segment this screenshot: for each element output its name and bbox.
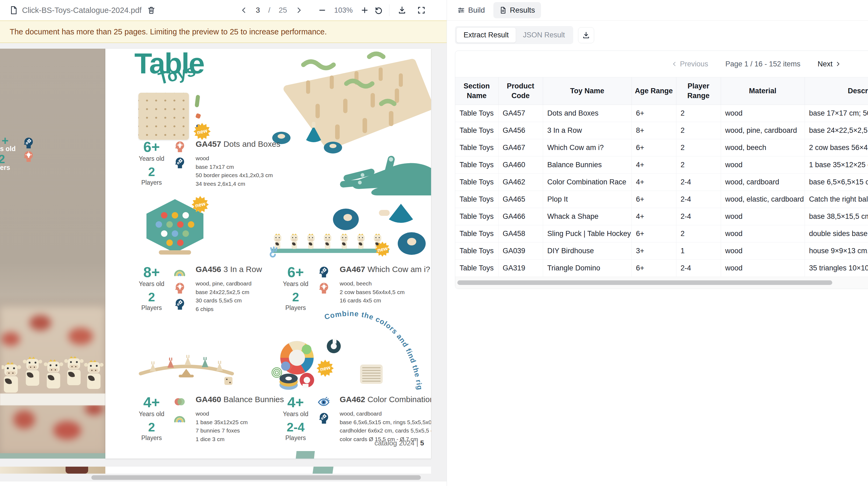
zoom-in-button[interactable]	[361, 6, 368, 14]
players-value: 2	[136, 291, 166, 303]
pdf-scroll-area[interactable]: + s old 2 ers Table Toys	[0, 43, 446, 486]
next-page-button[interactable]	[295, 7, 302, 14]
table-cell: 2	[676, 122, 721, 139]
pagination-info: Page 1 / 16 - 152 items	[725, 60, 800, 68]
table-cell: 1	[676, 242, 721, 260]
table-horizontal-scrollbar-thumb[interactable]	[457, 280, 832, 285]
table-cell: 4+	[631, 156, 676, 173]
table-row: Table ToysGA466Whack a Shape4+2-4woodbas…	[455, 208, 868, 225]
table-row: Table ToysGA467Which Cow am i?6+2wood, b…	[455, 139, 868, 156]
players-label: Players	[281, 434, 311, 442]
product-code: GA457	[196, 140, 221, 148]
table-row: Table ToysGA319Triangle Domino6+2-4wood3…	[455, 260, 868, 277]
table-cell: 2	[676, 139, 721, 156]
age-label: Years old	[281, 411, 311, 418]
players-value: 2-4	[281, 421, 311, 433]
product-info-ga457: 6+Years old2PlayersGA457 Dots and Boxesw…	[136, 140, 280, 188]
product-details: wood1 base 35x12x25 cm7 bunnies 7 foxes1…	[196, 409, 284, 443]
table-cell: 6+	[631, 139, 676, 156]
zoom-out-button[interactable]	[318, 6, 326, 14]
build-tab[interactable]: Build	[456, 3, 487, 17]
fullscreen-button[interactable]	[417, 6, 426, 14]
table-cell: 3+	[631, 242, 676, 260]
logic-head-icon	[317, 412, 330, 424]
age-value: 6+	[281, 265, 311, 279]
previous-results-button[interactable]: Previous	[670, 60, 710, 68]
logic-head-icon	[317, 265, 330, 278]
product-detail-line: 1 base 35x12x25 cm	[196, 418, 284, 427]
previous-page-button[interactable]	[241, 7, 248, 14]
table-row: Table ToysGA457Dots and Boxes6+2woodbase…	[455, 104, 868, 122]
table-cell: wood	[721, 225, 805, 242]
product-detail-line: 34 trees 2,6x1,4 cm	[196, 180, 280, 188]
table-cell: GA319	[498, 260, 543, 277]
table-cell: 3 In a Row	[543, 122, 631, 139]
skill-icons-column	[166, 395, 192, 424]
table-horizontal-scrollbar[interactable]	[455, 277, 868, 289]
idea-head-icon	[173, 281, 186, 294]
table-cell: Table Toys	[455, 139, 498, 156]
column-header: Player Range	[676, 78, 721, 105]
age-value: 8+	[136, 265, 166, 279]
json-result-tab[interactable]: JSON Result	[516, 27, 572, 43]
product-code: GA467	[340, 265, 365, 274]
pdf-horizontal-scrollbar[interactable]	[0, 474, 446, 481]
hero-product-photo	[266, 49, 431, 156]
idea-head-icon	[317, 281, 330, 294]
age-label: Years old	[136, 411, 166, 418]
age-value: 4+	[281, 395, 311, 409]
table-cell: 2 cow bases 56×4×	[805, 139, 868, 156]
hand-illustration	[306, 155, 431, 195]
table-row: Table ToysGA039DIY Birdhouse3+1woodhouse…	[455, 242, 868, 260]
file-icon	[9, 6, 18, 15]
results-table-wrap: Section NameProduct CodeToy NameAge Rang…	[455, 77, 868, 277]
delete-file-button[interactable]	[147, 6, 156, 14]
game-piece	[195, 113, 201, 119]
download-pdf-button[interactable]	[398, 6, 406, 14]
product-text-column: GA462 Color Combination Racewood, cardbo…	[336, 395, 431, 443]
chevron-left-icon	[672, 60, 677, 67]
results-tab[interactable]: Results	[493, 2, 541, 18]
product-text-column: GA457 Dots and Boxeswoodbase 17x17 cm50 …	[192, 140, 280, 188]
catalog-page-footer: catalog 2024 | 5	[374, 439, 424, 447]
table-row: Table ToysGA458Sling Puck | Table Hockey…	[455, 225, 868, 242]
extract-result-tab[interactable]: Extract Result	[456, 27, 516, 43]
pdf-bottom-band	[0, 481, 446, 486]
table-row: Table ToysGA465Plop It6+2-4wood, elastic…	[455, 190, 868, 208]
table-cell: Table Toys	[455, 122, 498, 139]
product-code: GA460	[196, 395, 221, 404]
next-page-teal-shape	[313, 467, 334, 474]
reset-rotate-button[interactable]	[374, 6, 383, 14]
product-title: GA457 Dots and Boxes	[196, 140, 280, 149]
product-detail-line: 16 cards 4x5 cm	[340, 296, 430, 305]
table-cell: GA460	[498, 156, 543, 173]
age-label: Years old	[281, 280, 311, 287]
pdf-page: Table Toys	[105, 49, 431, 459]
table-cell: wood	[721, 242, 805, 260]
product-image-color-combination-race: new	[271, 332, 388, 391]
pdf-filename: Click-BS-Toys-Catalogue-2024.pdf	[22, 6, 142, 15]
prev-page-age-suffix: s old	[0, 145, 16, 153]
warning-text: The document has more than 25 pages. Lim…	[10, 27, 327, 36]
next-results-button[interactable]: Next	[816, 60, 842, 68]
age-players-column: 6+Years old2Players	[136, 140, 166, 186]
product-detail-line: cardholder 6x6x2 cm, cards 5,5x5,5 cm	[340, 426, 431, 435]
table-cell: GA456	[498, 122, 543, 139]
table-cell: Table Toys	[455, 190, 498, 208]
product-detail-line: base 24x22,5x2,5 cm	[196, 288, 262, 297]
product-detail-line: 2 cow bases 56x4x4,5 cm	[340, 288, 430, 297]
table-cell: 2-4	[676, 190, 721, 208]
product-detail-line: base 17x17 cm	[196, 163, 280, 171]
age-players-column: 8+Years old2Players	[136, 265, 166, 311]
table-cell: Triangle Domino	[543, 260, 631, 277]
pdf-viewer-pane: Click-BS-Toys-Catalogue-2024.pdf 3 / 25	[0, 0, 447, 486]
table-cell: 6+	[631, 225, 676, 242]
column-header: Description	[805, 78, 868, 105]
product-info-ga462: 4+Years old2-4PlayersGA462 Color Combina…	[281, 395, 431, 443]
table-row: Table ToysGA4563 In a Row8+2wood, pine, …	[455, 122, 868, 139]
results-pagination: Previous Page 1 / 16 - 152 items Next	[455, 51, 868, 77]
pdf-horizontal-scrollbar-thumb[interactable]	[91, 475, 421, 480]
download-results-button[interactable]	[578, 27, 594, 43]
ok-hand-icon	[268, 246, 280, 259]
table-cell: 35 triangles 10×10 ×	[805, 260, 868, 277]
